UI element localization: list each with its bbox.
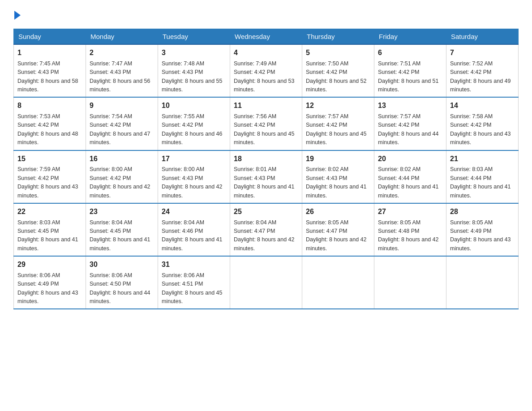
calendar-cell: 21Sunrise: 8:03 AMSunset: 4:44 PMDayligh… — [446, 150, 519, 203]
day-number: 31 — [162, 259, 226, 270]
calendar-cell: 19Sunrise: 8:02 AMSunset: 4:43 PMDayligh… — [302, 150, 374, 203]
day-number: 1 — [17, 47, 82, 59]
day-info: Sunrise: 8:00 AMSunset: 4:43 PMDaylight:… — [162, 166, 223, 198]
day-number: 26 — [306, 206, 370, 218]
day-number: 22 — [17, 206, 82, 218]
logo-arrow-icon — [14, 11, 21, 20]
day-info: Sunrise: 7:57 AMSunset: 4:42 PMDaylight:… — [378, 113, 439, 146]
day-number: 10 — [162, 100, 226, 111]
header-sunday: Sunday — [14, 29, 86, 45]
day-info: Sunrise: 8:02 AMSunset: 4:44 PMDaylight:… — [378, 166, 439, 198]
calendar-cell — [230, 256, 302, 309]
calendar-week-row: 15Sunrise: 7:59 AMSunset: 4:42 PMDayligh… — [14, 150, 519, 203]
day-info: Sunrise: 7:47 AMSunset: 4:43 PMDaylight:… — [90, 60, 150, 93]
day-number: 29 — [17, 259, 82, 270]
page-header — [13, 9, 519, 20]
header-tuesday: Tuesday — [158, 29, 230, 45]
calendar-cell: 18Sunrise: 8:01 AMSunset: 4:43 PMDayligh… — [230, 150, 302, 203]
header-wednesday: Wednesday — [230, 29, 302, 45]
calendar-cell: 5Sunrise: 7:50 AMSunset: 4:42 PMDaylight… — [302, 44, 374, 97]
day-number: 15 — [17, 154, 82, 165]
day-info: Sunrise: 8:01 AMSunset: 4:43 PMDaylight:… — [234, 166, 295, 198]
calendar-cell: 11Sunrise: 7:56 AMSunset: 4:42 PMDayligh… — [230, 97, 302, 150]
calendar-cell — [446, 256, 519, 309]
day-info: Sunrise: 8:06 AMSunset: 4:50 PMDaylight:… — [90, 272, 150, 304]
calendar-cell: 8Sunrise: 7:53 AMSunset: 4:42 PMDaylight… — [14, 97, 86, 150]
calendar-cell: 17Sunrise: 8:00 AMSunset: 4:43 PMDayligh… — [158, 150, 230, 203]
day-number: 27 — [378, 206, 442, 218]
day-number: 3 — [162, 47, 226, 59]
day-number: 16 — [90, 154, 154, 165]
day-number: 23 — [90, 206, 154, 218]
calendar-cell — [302, 256, 374, 309]
day-info: Sunrise: 7:56 AMSunset: 4:42 PMDaylight:… — [234, 113, 295, 146]
day-info: Sunrise: 7:55 AMSunset: 4:42 PMDaylight:… — [162, 113, 223, 146]
day-number: 17 — [162, 154, 226, 165]
day-number: 5 — [306, 47, 370, 59]
calendar-cell: 31Sunrise: 8:06 AMSunset: 4:51 PMDayligh… — [158, 256, 230, 309]
day-info: Sunrise: 7:54 AMSunset: 4:42 PMDaylight:… — [90, 113, 150, 146]
calendar-cell: 30Sunrise: 8:06 AMSunset: 4:50 PMDayligh… — [86, 256, 158, 309]
day-number: 4 — [234, 47, 298, 59]
calendar-cell: 16Sunrise: 8:00 AMSunset: 4:42 PMDayligh… — [86, 150, 158, 203]
day-info: Sunrise: 8:03 AMSunset: 4:45 PMDaylight:… — [17, 219, 78, 252]
calendar-cell: 4Sunrise: 7:49 AMSunset: 4:42 PMDaylight… — [230, 44, 302, 97]
calendar-cell: 1Sunrise: 7:45 AMSunset: 4:43 PMDaylight… — [14, 44, 86, 97]
day-info: Sunrise: 7:52 AMSunset: 4:42 PMDaylight:… — [450, 60, 511, 93]
day-number: 14 — [450, 100, 515, 111]
day-number: 25 — [234, 206, 298, 218]
day-number: 2 — [90, 47, 154, 59]
calendar-week-row: 1Sunrise: 7:45 AMSunset: 4:43 PMDaylight… — [14, 44, 519, 97]
day-info: Sunrise: 8:04 AMSunset: 4:46 PMDaylight:… — [162, 219, 223, 252]
day-number: 8 — [17, 100, 82, 111]
calendar-cell: 15Sunrise: 7:59 AMSunset: 4:42 PMDayligh… — [14, 150, 86, 203]
calendar-cell: 22Sunrise: 8:03 AMSunset: 4:45 PMDayligh… — [14, 203, 86, 256]
day-info: Sunrise: 8:02 AMSunset: 4:43 PMDaylight:… — [306, 166, 367, 198]
calendar-cell: 27Sunrise: 8:05 AMSunset: 4:48 PMDayligh… — [374, 203, 446, 256]
day-number: 18 — [234, 154, 298, 165]
day-number: 28 — [450, 206, 515, 218]
calendar-cell: 29Sunrise: 8:06 AMSunset: 4:49 PMDayligh… — [14, 256, 86, 309]
day-info: Sunrise: 8:06 AMSunset: 4:51 PMDaylight:… — [162, 272, 223, 304]
day-info: Sunrise: 8:05 AMSunset: 4:49 PMDaylight:… — [450, 219, 511, 252]
day-number: 7 — [450, 47, 515, 59]
day-number: 11 — [234, 100, 298, 111]
header-friday: Friday — [374, 29, 446, 45]
day-number: 12 — [306, 100, 370, 111]
calendar-cell: 3Sunrise: 7:48 AMSunset: 4:43 PMDaylight… — [158, 44, 230, 97]
calendar-cell — [374, 256, 446, 309]
day-info: Sunrise: 8:06 AMSunset: 4:49 PMDaylight:… — [17, 272, 78, 304]
day-info: Sunrise: 7:57 AMSunset: 4:42 PMDaylight:… — [306, 113, 367, 146]
day-number: 9 — [90, 100, 154, 111]
day-info: Sunrise: 7:53 AMSunset: 4:42 PMDaylight:… — [17, 113, 78, 146]
header-saturday: Saturday — [446, 29, 519, 45]
calendar-cell: 24Sunrise: 8:04 AMSunset: 4:46 PMDayligh… — [158, 203, 230, 256]
calendar-cell: 23Sunrise: 8:04 AMSunset: 4:45 PMDayligh… — [86, 203, 158, 256]
calendar-cell: 26Sunrise: 8:05 AMSunset: 4:47 PMDayligh… — [302, 203, 374, 256]
day-info: Sunrise: 7:59 AMSunset: 4:42 PMDaylight:… — [17, 166, 78, 198]
day-info: Sunrise: 7:50 AMSunset: 4:42 PMDaylight:… — [306, 60, 367, 93]
calendar-week-row: 29Sunrise: 8:06 AMSunset: 4:49 PMDayligh… — [14, 256, 519, 309]
logo — [13, 9, 21, 20]
day-info: Sunrise: 8:05 AMSunset: 4:47 PMDaylight:… — [306, 219, 367, 252]
day-info: Sunrise: 8:03 AMSunset: 4:44 PMDaylight:… — [450, 166, 511, 198]
calendar-cell: 14Sunrise: 7:58 AMSunset: 4:42 PMDayligh… — [446, 97, 519, 150]
calendar-week-row: 8Sunrise: 7:53 AMSunset: 4:42 PMDaylight… — [14, 97, 519, 150]
day-number: 6 — [378, 47, 442, 59]
calendar-cell: 2Sunrise: 7:47 AMSunset: 4:43 PMDaylight… — [86, 44, 158, 97]
day-info: Sunrise: 7:51 AMSunset: 4:42 PMDaylight:… — [378, 60, 439, 93]
day-info: Sunrise: 8:04 AMSunset: 4:45 PMDaylight:… — [90, 219, 150, 252]
calendar-table: SundayMondayTuesdayWednesdayThursdayFrid… — [13, 29, 519, 309]
calendar-cell: 9Sunrise: 7:54 AMSunset: 4:42 PMDaylight… — [86, 97, 158, 150]
day-number: 20 — [378, 154, 442, 165]
day-number: 19 — [306, 154, 370, 165]
calendar-cell: 20Sunrise: 8:02 AMSunset: 4:44 PMDayligh… — [374, 150, 446, 203]
day-info: Sunrise: 7:48 AMSunset: 4:43 PMDaylight:… — [162, 60, 223, 93]
calendar-cell: 25Sunrise: 8:04 AMSunset: 4:47 PMDayligh… — [230, 203, 302, 256]
header-thursday: Thursday — [302, 29, 374, 45]
day-number: 13 — [378, 100, 442, 111]
day-info: Sunrise: 8:00 AMSunset: 4:42 PMDaylight:… — [90, 166, 150, 198]
day-info: Sunrise: 7:49 AMSunset: 4:42 PMDaylight:… — [234, 60, 295, 93]
calendar-header-row: SundayMondayTuesdayWednesdayThursdayFrid… — [14, 29, 519, 45]
day-info: Sunrise: 7:58 AMSunset: 4:42 PMDaylight:… — [450, 113, 511, 146]
